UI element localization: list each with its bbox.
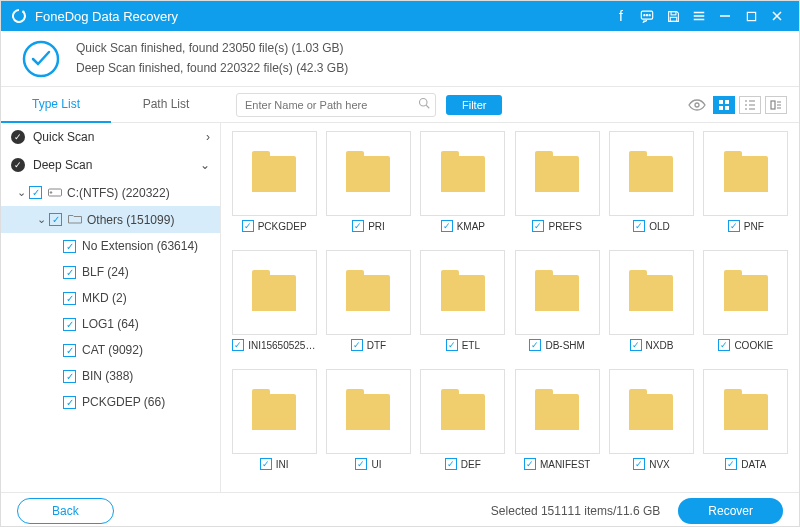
folder-icon (629, 394, 673, 430)
folder-icon (535, 156, 579, 192)
tree-item[interactable]: BIN (388) (1, 363, 220, 389)
checkbox[interactable] (351, 339, 363, 351)
grid-item[interactable]: OLD (606, 131, 696, 246)
checkbox[interactable] (63, 266, 76, 279)
grid-item[interactable]: MANIFEST (512, 369, 602, 484)
back-button[interactable]: Back (17, 498, 114, 524)
grid-item[interactable]: COOKIE (701, 250, 791, 365)
folder-icon (68, 212, 82, 227)
minimize-icon[interactable] (713, 4, 737, 28)
view-detail-icon[interactable] (765, 96, 787, 114)
facebook-icon[interactable]: f (609, 4, 633, 28)
folder-icon (535, 275, 579, 311)
checkbox[interactable] (63, 344, 76, 357)
grid-item[interactable]: DATA (701, 369, 791, 484)
tree-item[interactable]: BLF (24) (1, 259, 220, 285)
view-list-icon[interactable] (739, 96, 761, 114)
svg-point-2 (644, 15, 645, 16)
checkbox[interactable] (728, 220, 740, 232)
grid-item[interactable]: DB-SHM (512, 250, 602, 365)
checkbox[interactable] (633, 220, 645, 232)
grid-item[interactable]: INI1565052569 (229, 250, 319, 365)
checkbox[interactable] (725, 458, 737, 470)
checkbox[interactable] (633, 458, 645, 470)
checkbox[interactable] (260, 458, 272, 470)
checkbox[interactable] (529, 339, 541, 351)
close-icon[interactable] (765, 4, 789, 28)
svg-rect-12 (725, 100, 729, 104)
checkbox[interactable] (441, 220, 453, 232)
feedback-icon[interactable] (635, 4, 659, 28)
grid-item[interactable]: NVX (606, 369, 696, 484)
folder-thumb (326, 250, 411, 335)
tab-type-list[interactable]: Type List (1, 87, 111, 123)
grid-item-label: KMAP (457, 221, 485, 232)
titlebar: FoneDog Data Recovery f (1, 1, 799, 31)
collapse-icon[interactable]: ⌄ (35, 213, 47, 226)
grid-item[interactable]: INI (229, 369, 319, 484)
view-grid-icon[interactable] (713, 96, 735, 114)
checkbox[interactable] (352, 220, 364, 232)
checkbox[interactable] (355, 458, 367, 470)
checkbox[interactable] (63, 370, 76, 383)
tree-item[interactable]: CAT (9092) (1, 337, 220, 363)
menu-icon[interactable] (687, 4, 711, 28)
tree-item[interactable]: No Extension (63614) (1, 233, 220, 259)
save-icon[interactable] (661, 4, 685, 28)
checkbox[interactable] (63, 292, 76, 305)
grid-item[interactable]: NXDB (606, 250, 696, 365)
check-dot-icon (11, 130, 25, 144)
checkbox[interactable] (63, 396, 76, 409)
sidebar-label: Quick Scan (33, 130, 94, 144)
sidebar-label: Deep Scan (33, 158, 92, 172)
tree-others[interactable]: ⌄ Others (151099) (1, 206, 220, 233)
search-input[interactable] (236, 93, 436, 117)
search-icon[interactable] (418, 97, 430, 112)
folder-icon (441, 394, 485, 430)
grid-item[interactable]: ETL (418, 250, 508, 365)
folder-thumb (609, 369, 694, 454)
tab-path-list[interactable]: Path List (111, 87, 221, 123)
checkbox[interactable] (63, 318, 76, 331)
grid-item[interactable]: PNF (701, 131, 791, 246)
checkbox[interactable] (718, 339, 730, 351)
toolbar: Type List Path List Filter (1, 87, 799, 123)
grid-item[interactable]: PREFS (512, 131, 602, 246)
grid-item[interactable]: DEF (418, 369, 508, 484)
recover-button[interactable]: Recover (678, 498, 783, 524)
scan-status: Quick Scan finished, found 23050 file(s)… (1, 31, 799, 87)
tree-item[interactable]: PCKGDEP (66) (1, 389, 220, 415)
svg-point-3 (646, 15, 647, 16)
checkbox[interactable] (29, 186, 42, 199)
grid-item[interactable]: UI (323, 369, 413, 484)
checkbox[interactable] (446, 339, 458, 351)
folder-thumb (609, 131, 694, 216)
collapse-icon[interactable]: ⌄ (15, 186, 27, 199)
grid-item-label: NXDB (646, 340, 674, 351)
tree-item[interactable]: LOG1 (64) (1, 311, 220, 337)
folder-icon (252, 275, 296, 311)
grid-item[interactable]: PCKGDEP (229, 131, 319, 246)
success-check-icon (21, 39, 61, 79)
grid-item[interactable]: KMAP (418, 131, 508, 246)
checkbox[interactable] (63, 240, 76, 253)
maximize-icon[interactable] (739, 4, 763, 28)
checkbox[interactable] (232, 339, 244, 351)
tree-item[interactable]: MKD (2) (1, 285, 220, 311)
grid-item[interactable]: DTF (323, 250, 413, 365)
sidebar: Quick Scan › Deep Scan ⌄ ⌄ C:(NTFS) (220… (1, 123, 221, 492)
checkbox[interactable] (242, 220, 254, 232)
grid-item[interactable]: PRI (323, 131, 413, 246)
checkbox[interactable] (524, 458, 536, 470)
preview-toggle-icon[interactable] (685, 96, 709, 114)
filter-button[interactable]: Filter (446, 95, 502, 115)
checkbox[interactable] (630, 339, 642, 351)
checkbox[interactable] (532, 220, 544, 232)
checkbox[interactable] (49, 213, 62, 226)
sidebar-group-quick-scan[interactable]: Quick Scan › (1, 123, 220, 151)
checkbox[interactable] (445, 458, 457, 470)
sidebar-group-deep-scan[interactable]: Deep Scan ⌄ (1, 151, 220, 179)
folder-thumb (232, 250, 317, 335)
tree-drive[interactable]: ⌄ C:(NTFS) (220322) (1, 179, 220, 206)
grid-item-label: INI (276, 459, 289, 470)
